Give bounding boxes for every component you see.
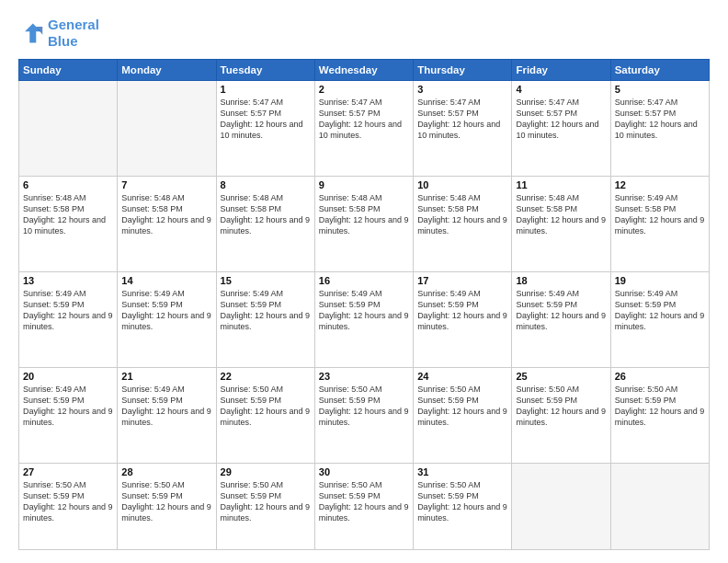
day-detail: Sunrise: 5:50 AMSunset: 5:59 PMDaylight:… [417, 479, 507, 524]
day-number: 28 [121, 466, 211, 477]
day-number: 15 [221, 275, 311, 286]
calendar-cell: 9Sunrise: 5:48 AMSunset: 5:58 PMDaylight… [314, 176, 413, 271]
day-detail: Sunrise: 5:47 AMSunset: 5:57 PMDaylight:… [417, 97, 507, 142]
day-detail: Sunrise: 5:50 AMSunset: 5:59 PMDaylight:… [516, 384, 606, 429]
day-detail: Sunrise: 5:50 AMSunset: 5:59 PMDaylight:… [319, 479, 409, 524]
day-number: 27 [23, 466, 113, 477]
day-number: 23 [319, 371, 409, 382]
day-number: 10 [417, 179, 507, 190]
calendar-cell: 2Sunrise: 5:47 AMSunset: 5:57 PMDaylight… [314, 81, 413, 177]
day-detail: Sunrise: 5:49 AMSunset: 5:59 PMDaylight:… [516, 288, 606, 333]
calendar-cell: 31Sunrise: 5:50 AMSunset: 5:59 PMDayligh… [414, 463, 512, 550]
day-number: 31 [417, 466, 507, 477]
day-detail: Sunrise: 5:47 AMSunset: 5:57 PMDaylight:… [221, 97, 311, 142]
day-number: 14 [121, 275, 211, 286]
day-of-week-header: Monday [118, 60, 216, 81]
calendar-cell: 11Sunrise: 5:48 AMSunset: 5:58 PMDayligh… [512, 176, 610, 271]
header: General Blue [18, 17, 710, 50]
day-number: 18 [516, 275, 606, 286]
logo-icon [18, 20, 44, 46]
calendar-cell: 13Sunrise: 5:49 AMSunset: 5:59 PMDayligh… [19, 271, 118, 367]
day-number: 29 [221, 466, 311, 477]
calendar-cell: 5Sunrise: 5:47 AMSunset: 5:57 PMDaylight… [610, 81, 709, 177]
day-of-week-header: Tuesday [216, 60, 314, 81]
day-of-week-header: Thursday [414, 60, 512, 81]
day-number: 22 [221, 371, 311, 382]
day-number: 2 [319, 84, 409, 95]
calendar-cell: 30Sunrise: 5:50 AMSunset: 5:59 PMDayligh… [314, 463, 413, 550]
day-detail: Sunrise: 5:50 AMSunset: 5:59 PMDaylight:… [417, 384, 507, 429]
day-detail: Sunrise: 5:48 AMSunset: 5:58 PMDaylight:… [23, 192, 113, 237]
calendar-cell: 24Sunrise: 5:50 AMSunset: 5:59 PMDayligh… [414, 367, 512, 463]
calendar-cell: 12Sunrise: 5:49 AMSunset: 5:58 PMDayligh… [610, 176, 709, 271]
day-detail: Sunrise: 5:49 AMSunset: 5:59 PMDaylight:… [121, 288, 211, 333]
day-number: 26 [615, 371, 705, 382]
calendar-cell: 23Sunrise: 5:50 AMSunset: 5:59 PMDayligh… [314, 367, 413, 463]
day-number: 30 [319, 466, 409, 477]
day-number: 13 [23, 275, 113, 286]
calendar-cell [610, 463, 709, 550]
day-detail: Sunrise: 5:50 AMSunset: 5:59 PMDaylight:… [23, 479, 113, 524]
day-detail: Sunrise: 5:48 AMSunset: 5:58 PMDaylight:… [516, 192, 606, 237]
calendar-cell: 22Sunrise: 5:50 AMSunset: 5:59 PMDayligh… [216, 367, 314, 463]
day-number: 17 [417, 275, 507, 286]
calendar-cell: 18Sunrise: 5:49 AMSunset: 5:59 PMDayligh… [512, 271, 610, 367]
day-detail: Sunrise: 5:49 AMSunset: 5:59 PMDaylight:… [319, 288, 409, 333]
calendar-cell: 17Sunrise: 5:49 AMSunset: 5:59 PMDayligh… [414, 271, 512, 367]
day-detail: Sunrise: 5:50 AMSunset: 5:59 PMDaylight:… [319, 384, 409, 429]
calendar-cell [19, 81, 118, 177]
calendar-cell: 10Sunrise: 5:48 AMSunset: 5:58 PMDayligh… [414, 176, 512, 271]
day-detail: Sunrise: 5:49 AMSunset: 5:59 PMDaylight:… [121, 384, 211, 429]
calendar-table: SundayMondayTuesdayWednesdayThursdayFrid… [18, 59, 710, 550]
day-number: 11 [516, 179, 606, 190]
calendar-cell: 1Sunrise: 5:47 AMSunset: 5:57 PMDaylight… [216, 81, 314, 177]
calendar-cell: 27Sunrise: 5:50 AMSunset: 5:59 PMDayligh… [19, 463, 118, 550]
day-detail: Sunrise: 5:49 AMSunset: 5:59 PMDaylight:… [23, 288, 113, 333]
day-number: 16 [319, 275, 409, 286]
day-number: 24 [417, 371, 507, 382]
day-detail: Sunrise: 5:49 AMSunset: 5:58 PMDaylight:… [615, 192, 705, 237]
day-number: 6 [23, 179, 113, 190]
calendar-cell [512, 463, 610, 550]
day-number: 9 [319, 179, 409, 190]
day-number: 5 [615, 84, 705, 95]
day-number: 8 [221, 179, 311, 190]
day-number: 19 [615, 275, 705, 286]
day-of-week-header: Sunday [19, 60, 118, 81]
calendar-cell: 21Sunrise: 5:49 AMSunset: 5:59 PMDayligh… [118, 367, 216, 463]
day-number: 25 [516, 371, 606, 382]
day-of-week-header: Friday [512, 60, 610, 81]
calendar-cell: 16Sunrise: 5:49 AMSunset: 5:59 PMDayligh… [314, 271, 413, 367]
calendar-cell: 3Sunrise: 5:47 AMSunset: 5:57 PMDaylight… [414, 81, 512, 177]
calendar-cell: 15Sunrise: 5:49 AMSunset: 5:59 PMDayligh… [216, 271, 314, 367]
day-number: 3 [417, 84, 507, 95]
day-detail: Sunrise: 5:48 AMSunset: 5:58 PMDaylight:… [221, 192, 311, 237]
day-number: 21 [121, 371, 211, 382]
calendar-cell: 19Sunrise: 5:49 AMSunset: 5:59 PMDayligh… [610, 271, 709, 367]
day-detail: Sunrise: 5:50 AMSunset: 5:59 PMDaylight:… [121, 479, 211, 524]
svg-marker-0 [25, 24, 41, 43]
calendar-cell: 14Sunrise: 5:49 AMSunset: 5:59 PMDayligh… [118, 271, 216, 367]
calendar-cell: 7Sunrise: 5:48 AMSunset: 5:58 PMDaylight… [118, 176, 216, 271]
day-detail: Sunrise: 5:49 AMSunset: 5:59 PMDaylight:… [417, 288, 507, 333]
calendar-cell: 4Sunrise: 5:47 AMSunset: 5:57 PMDaylight… [512, 81, 610, 177]
calendar-cell [118, 81, 216, 177]
calendar-cell: 28Sunrise: 5:50 AMSunset: 5:59 PMDayligh… [118, 463, 216, 550]
logo-text: General Blue [48, 17, 99, 50]
calendar-cell: 20Sunrise: 5:49 AMSunset: 5:59 PMDayligh… [19, 367, 118, 463]
calendar-cell: 29Sunrise: 5:50 AMSunset: 5:59 PMDayligh… [216, 463, 314, 550]
day-of-week-header: Saturday [610, 60, 709, 81]
day-detail: Sunrise: 5:48 AMSunset: 5:58 PMDaylight:… [417, 192, 507, 237]
day-detail: Sunrise: 5:49 AMSunset: 5:59 PMDaylight:… [23, 384, 113, 429]
day-detail: Sunrise: 5:50 AMSunset: 5:59 PMDaylight:… [221, 479, 311, 524]
day-number: 7 [121, 179, 211, 190]
calendar-cell: 25Sunrise: 5:50 AMSunset: 5:59 PMDayligh… [512, 367, 610, 463]
page: General Blue SundayMondayTuesdayWednesda… [0, 0, 728, 563]
day-of-week-header: Wednesday [314, 60, 413, 81]
calendar-cell: 8Sunrise: 5:48 AMSunset: 5:58 PMDaylight… [216, 176, 314, 271]
calendar-cell: 6Sunrise: 5:48 AMSunset: 5:58 PMDaylight… [19, 176, 118, 271]
day-detail: Sunrise: 5:49 AMSunset: 5:59 PMDaylight:… [221, 288, 311, 333]
day-detail: Sunrise: 5:47 AMSunset: 5:57 PMDaylight:… [615, 97, 705, 142]
day-number: 20 [23, 371, 113, 382]
logo: General Blue [18, 17, 99, 50]
